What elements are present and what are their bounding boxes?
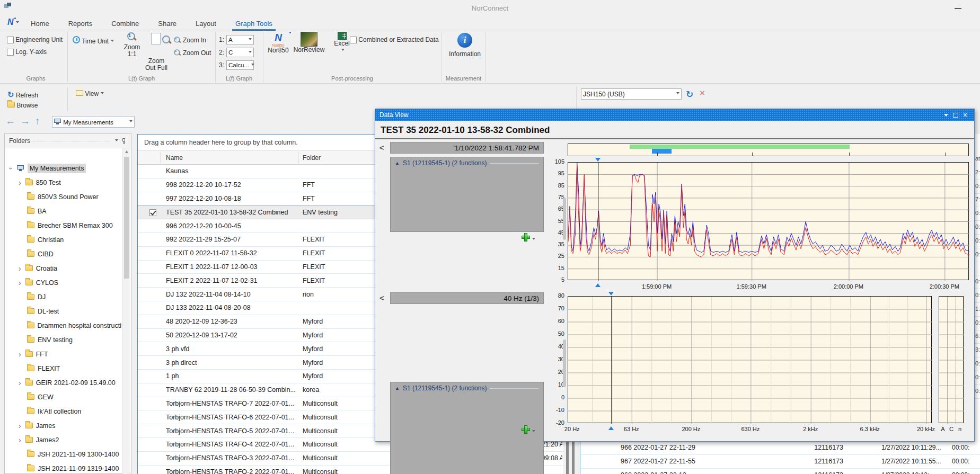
collapse-icon[interactable]: ▲ [395, 160, 400, 166]
overview-range [630, 145, 850, 149]
cursor-handle-icon[interactable] [595, 281, 601, 287]
device-combo[interactable]: JSH150 (USB) [581, 88, 682, 100]
tree-item-drammen-hospital-constructi[interactable]: Drammen hospital constructi [5, 318, 121, 333]
zoom-1-1-button[interactable]: 1 Zoom1:1 [123, 32, 141, 58]
add-function-button-2[interactable] [522, 425, 535, 435]
zoom-out-button[interactable]: −Zoom Out [172, 48, 211, 58]
dialog-close-icon[interactable]: × [960, 111, 970, 119]
overview-thumb[interactable] [652, 149, 671, 154]
cursor-handle-icon[interactable] [608, 292, 614, 298]
combined-extracted-checkbox[interactable]: Combined or Extracted Data [350, 36, 439, 43]
lf-combo-3[interactable]: 3:Calcu... [219, 60, 254, 70]
chevron-right-icon[interactable]: › [19, 352, 21, 357]
tree-item-fft[interactable]: ›FFT [5, 347, 121, 361]
dialog-titlebar[interactable]: Data View × [375, 109, 974, 121]
time-prev-button[interactable]: < [379, 143, 384, 152]
up-button[interactable]: ↑ [35, 115, 40, 127]
tree-item-850-test[interactable]: ›850 Test [5, 175, 121, 190]
table-row[interactable]: 966 2022-01-27 22-11-29121161731/27/2022… [580, 441, 980, 455]
cell-name: 966 2022-01-27 22-11-29 [621, 441, 743, 454]
tab-graph-tools[interactable]: Graph Tools [235, 20, 272, 28]
view-button[interactable]: View [76, 90, 104, 97]
dialog-maximize-icon[interactable] [951, 111, 960, 119]
information-button[interactable]: i Information [448, 33, 482, 58]
tree-item-flexit[interactable]: FLEXIT [5, 361, 121, 375]
add-function-button-1[interactable] [522, 233, 535, 243]
table-row[interactable]: 967 2022-01-27 22-11-55121161731/27/2022… [580, 455, 980, 469]
tree-item-dj[interactable]: DJ [5, 290, 121, 304]
spectrum-chart[interactable] [568, 296, 932, 423]
tree-item-ik-atl-collection[interactable]: Ik'Atl collection [5, 404, 121, 418]
row-checkbox[interactable] [149, 209, 156, 216]
tab-share[interactable]: Share [158, 20, 176, 28]
tree-item-jsh-2021-11-09-1319-1400[interactable]: JSH 2021-11-09 1319-1400 [5, 461, 121, 474]
nor850-button[interactable]: N Nor850 Nor850 [268, 32, 289, 54]
overview-strip[interactable] [568, 144, 969, 156]
tab-layout[interactable]: Layout [196, 20, 216, 28]
folders-pin-icon[interactable] [121, 138, 127, 144]
tab-home[interactable]: Home [31, 20, 49, 28]
column-header-name[interactable]: Name [165, 151, 298, 164]
chevron-right-icon[interactable]: › [19, 180, 21, 185]
tree-item-my-measurements[interactable]: ›My Measurements [5, 161, 121, 175]
norreview-button[interactable]: NorReview [293, 32, 325, 53]
engineering-unit-checkbox[interactable]: Engineering Unit [7, 36, 63, 43]
device-disconnect-icon[interactable]: × [700, 88, 705, 99]
excel-button[interactable]: Excel [333, 32, 351, 52]
cell-duration: 00:00: [952, 455, 980, 468]
minimize-button[interactable] [955, 8, 961, 9]
chevron-right-icon[interactable]: › [19, 423, 21, 428]
table-row[interactable]: 968 2022-01-27 22-12-..121161731/27/2022… [580, 469, 980, 474]
chevron-right-icon[interactable]: › [19, 380, 21, 386]
tree-item-cibd[interactable]: CIBD [5, 247, 121, 261]
group-label-post: Post-processing [263, 75, 442, 82]
tree-item-james2[interactable]: ›James2 [5, 433, 121, 447]
tab-reports[interactable]: Reports [68, 20, 93, 28]
cell-name: 48 2020-12-09 12-36-23 [166, 315, 298, 328]
tree-item-croatia[interactable]: ›Croatia [5, 261, 121, 275]
cursor-handle-icon[interactable] [608, 424, 614, 430]
frequency-field[interactable]: 40 Hz (1/3) [390, 292, 544, 304]
time-field[interactable]: '1/10/2022 1:58:41.782 PM [390, 142, 544, 154]
chevron-right-icon[interactable]: › [19, 266, 21, 271]
collapse-icon[interactable]: ▲ [395, 386, 400, 391]
y-axis-label: 0 [545, 394, 564, 400]
tab-combine[interactable]: Combine [111, 20, 139, 28]
time-unit-button[interactable]: Time Unit [73, 36, 114, 45]
browse-button[interactable]: Browse [7, 102, 38, 109]
tree-item-850v3-sound-power[interactable]: 850V3 Sound Power [5, 190, 121, 204]
dialog-collapse-icon[interactable] [941, 111, 951, 119]
zoom-out-full-button[interactable]: ZoomOut Full [144, 32, 169, 71]
cursor-handle-icon[interactable] [595, 158, 601, 164]
chevron-right-icon[interactable]: › [19, 437, 21, 443]
location-combo[interactable]: My Measurements [52, 116, 135, 128]
scroll-up-icon[interactable]: ▲ [123, 148, 130, 155]
refresh-button[interactable]: ↻ Refresh [7, 90, 38, 100]
app-menu-button[interactable]: N [7, 17, 19, 27]
tree-item-dl-test[interactable]: DL-test [5, 304, 121, 318]
plus-icon [522, 233, 530, 242]
device-refresh-icon[interactable]: ↻ [686, 89, 693, 100]
lf-combo-2[interactable]: 2:C [219, 48, 254, 57]
folders-scrollbar[interactable]: ▲ [122, 148, 130, 474]
profile-chart[interactable] [568, 162, 969, 280]
tree-item-christian[interactable]: Christian [5, 232, 121, 247]
tree-item-jsh-2021-11-09-1300-1400[interactable]: JSH 2021-11-09 1300-1400 [5, 447, 121, 461]
chevron-right-icon[interactable]: › [19, 280, 21, 285]
tree-item-ba[interactable]: BA [5, 204, 121, 218]
log-y-axis-checkbox[interactable]: Log. Y-axis [7, 48, 47, 56]
freq-prev-button[interactable]: < [379, 293, 384, 302]
back-button[interactable]: ← [5, 115, 15, 127]
folders-collapse-icon[interactable] [115, 139, 118, 143]
forward-button[interactable]: → [20, 115, 30, 127]
tree-item-geir-2021-02-09-15-49-00[interactable]: ›GEIR 2021-02-09 15.49.00 [5, 375, 121, 390]
tree-item-gew[interactable]: GEW [5, 390, 121, 404]
chevron-down-icon[interactable]: › [8, 167, 14, 169]
lf-combo-1[interactable]: 1:A [219, 35, 254, 44]
zoom-in-button[interactable]: +Zoom In [172, 35, 206, 46]
tree-item-brecher-sbm-remax-300[interactable]: Brecher SBM Remax 300 [5, 218, 121, 232]
tree-item-james[interactable]: ›James [5, 418, 121, 433]
tree-item-cylos[interactable]: ›CYLOS [5, 275, 121, 290]
tree-item-env-testing[interactable]: ENV testing [5, 333, 121, 347]
broadband-panel[interactable] [939, 296, 964, 423]
